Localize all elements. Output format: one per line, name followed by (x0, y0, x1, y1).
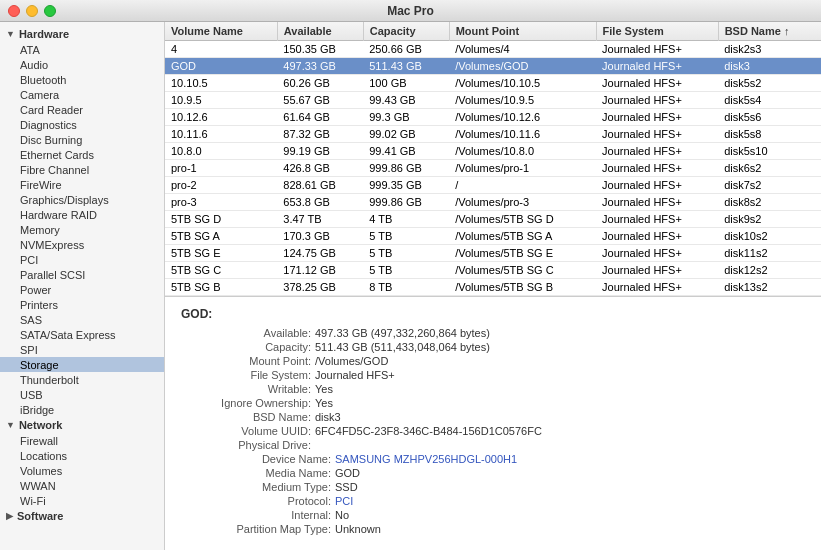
detail-phys-row: Physical Drive: (181, 439, 805, 451)
sidebar-item-parallel-scsi[interactable]: Parallel SCSI (0, 267, 164, 282)
table-row[interactable]: 5TB SG D3.47 TB4 TB/Volumes/5TB SG DJour… (165, 211, 821, 228)
sidebar-item-ibridge[interactable]: iBridge (0, 402, 164, 417)
detail-bsd-row: BSD Name: disk3 (181, 411, 805, 423)
detail-fs-label: File System: (181, 369, 311, 381)
detail-device-name-row: Device Name: SAMSUNG MZHPV256HDGL-000H1 (201, 453, 805, 465)
sidebar-item-firewire[interactable]: FireWire (0, 177, 164, 192)
table-row[interactable]: 10.12.661.64 GB99.3 GB/Volumes/10.12.6Jo… (165, 109, 821, 126)
detail-medium-type-row: Medium Type: SSD (201, 481, 805, 493)
detail-internal-value: No (335, 509, 349, 521)
table-row[interactable]: 10.8.099.19 GB99.41 GB/Volumes/10.8.0Jou… (165, 143, 821, 160)
sidebar-item-card-reader[interactable]: Card Reader (0, 102, 164, 117)
sidebar-item-storage[interactable]: Storage (0, 357, 164, 372)
network-header-label: Network (19, 419, 62, 431)
sidebar-item-spi[interactable]: SPI (0, 342, 164, 357)
detail-media-name-label: Media Name: (201, 467, 331, 479)
sidebar-item-nvmexpress[interactable]: NVMExpress (0, 237, 164, 252)
col-file-system[interactable]: File System (596, 22, 718, 41)
sidebar-item-net-firewall[interactable]: Firewall (0, 433, 164, 448)
detail-physical-sub: Device Name: SAMSUNG MZHPV256HDGL-000H1 … (201, 453, 805, 535)
table-body: 4150.35 GB250.66 GB/Volumes/4Journaled H… (165, 41, 821, 296)
sidebar-item-sata-sata-express[interactable]: SATA/Sata Express (0, 327, 164, 342)
network-items-list: FirewallLocationsVolumesWWANWi-Fi (0, 433, 164, 508)
sidebar-item-audio[interactable]: Audio (0, 57, 164, 72)
detail-uuid-label: Volume UUID: (181, 425, 311, 437)
sidebar-item-fibre-channel[interactable]: Fibre Channel (0, 162, 164, 177)
table-row[interactable]: 5TB SG C171.12 GB5 TB/Volumes/5TB SG CJo… (165, 262, 821, 279)
col-mount-point[interactable]: Mount Point (449, 22, 596, 41)
sidebar-item-ata[interactable]: ATA (0, 42, 164, 57)
col-available[interactable]: Available (277, 22, 363, 41)
table-row[interactable]: pro-3653.8 GB999.86 GB/Volumes/pro-3Jour… (165, 194, 821, 211)
col-volume-name[interactable]: Volume Name (165, 22, 277, 41)
sidebar-item-memory[interactable]: Memory (0, 222, 164, 237)
sidebar-item-ethernet-cards[interactable]: Ethernet Cards (0, 147, 164, 162)
volume-table: Volume Name Available Capacity Mount Poi… (165, 22, 821, 296)
sidebar-item-graphics-displays[interactable]: Graphics/Displays (0, 192, 164, 207)
detail-area: GOD: Available: 497.33 GB (497,332,260,8… (165, 297, 821, 550)
sidebar-item-disc-burning[interactable]: Disc Burning (0, 132, 164, 147)
sidebar-item-power[interactable]: Power (0, 282, 164, 297)
detail-fs-value: Journaled HFS+ (315, 369, 395, 381)
detail-ignore-label: Ignore Ownership: (181, 397, 311, 409)
software-header-label: Software (17, 510, 63, 522)
detail-capacity-row: Capacity: 511.43 GB (511,433,048,064 byt… (181, 341, 805, 353)
detail-bsd-value: disk3 (315, 411, 341, 423)
software-arrow-icon: ▶ (6, 511, 13, 521)
table-row[interactable]: 5TB SG B378.25 GB8 TB/Volumes/5TB SG BJo… (165, 279, 821, 296)
detail-available-label: Available: (181, 327, 311, 339)
detail-protocol-value: PCI (335, 495, 353, 507)
sidebar-item-diagnostics[interactable]: Diagnostics (0, 117, 164, 132)
detail-available-value: 497.33 GB (497,332,260,864 bytes) (315, 327, 490, 339)
detail-phys-label: Physical Drive: (181, 439, 311, 451)
detail-medium-type-label: Medium Type: (201, 481, 331, 493)
detail-fs-row: File System: Journaled HFS+ (181, 369, 805, 381)
detail-writable-label: Writable: (181, 383, 311, 395)
sidebar-item-printers[interactable]: Printers (0, 297, 164, 312)
sidebar-section-network[interactable]: ▼ Network (0, 417, 164, 433)
sidebar-item-pci[interactable]: PCI (0, 252, 164, 267)
network-arrow-icon: ▼ (6, 420, 15, 430)
detail-device-name-label: Device Name: (201, 453, 331, 465)
detail-internal-row: Internal: No (201, 509, 805, 521)
detail-protocol-row: Protocol: PCI (201, 495, 805, 507)
table-row[interactable]: 10.9.555.67 GB99.43 GB/Volumes/10.9.5Jou… (165, 92, 821, 109)
detail-ignore-row: Ignore Ownership: Yes (181, 397, 805, 409)
sidebar-section-hardware[interactable]: ▼ Hardware (0, 26, 164, 42)
table-row[interactable]: pro-1426.8 GB999.86 GB/Volumes/pro-1Jour… (165, 160, 821, 177)
table-row[interactable]: pro-2828.61 GB999.35 GB/Journaled HFS+di… (165, 177, 821, 194)
sidebar-item-bluetooth[interactable]: Bluetooth (0, 72, 164, 87)
sidebar-item-thunderbolt[interactable]: Thunderbolt (0, 372, 164, 387)
detail-capacity-label: Capacity: (181, 341, 311, 353)
hardware-arrow-icon: ▼ (6, 29, 15, 39)
sidebar-section-software[interactable]: ▶ Software (0, 508, 164, 524)
table-row[interactable]: 10.10.560.26 GB100 GB/Volumes/10.10.5Jou… (165, 75, 821, 92)
col-bsd-name[interactable]: BSD Name ↑ (718, 22, 821, 41)
detail-mount-row: Mount Point: /Volumes/GOD (181, 355, 805, 367)
col-capacity[interactable]: Capacity (363, 22, 449, 41)
sidebar-item-sas[interactable]: SAS (0, 312, 164, 327)
sidebar-item-net-wwan[interactable]: WWAN (0, 478, 164, 493)
minimize-button[interactable] (26, 5, 38, 17)
maximize-button[interactable] (44, 5, 56, 17)
sidebar-item-net-volumes[interactable]: Volumes (0, 463, 164, 478)
detail-available-row: Available: 497.33 GB (497,332,260,864 by… (181, 327, 805, 339)
table-row[interactable]: 5TB SG E124.75 GB5 TB/Volumes/5TB SG EJo… (165, 245, 821, 262)
sidebar-item-net-wi-fi[interactable]: Wi-Fi (0, 493, 164, 508)
sidebar-item-hardware-raid[interactable]: Hardware RAID (0, 207, 164, 222)
table-row[interactable]: 4150.35 GB250.66 GB/Volumes/4Journaled H… (165, 41, 821, 58)
table-row[interactable]: 5TB SG A170.3 GB5 TB/Volumes/5TB SG AJou… (165, 228, 821, 245)
sidebar-item-net-locations[interactable]: Locations (0, 448, 164, 463)
hardware-header-label: Hardware (19, 28, 69, 40)
content-area: Volume Name Available Capacity Mount Poi… (165, 22, 821, 550)
sidebar-item-usb[interactable]: USB (0, 387, 164, 402)
table-row[interactable]: GOD497.33 GB511.43 GB/Volumes/GODJournal… (165, 58, 821, 75)
sidebar-item-camera[interactable]: Camera (0, 87, 164, 102)
detail-medium-type-value: SSD (335, 481, 358, 493)
detail-mount-value: /Volumes/GOD (315, 355, 388, 367)
close-button[interactable] (8, 5, 20, 17)
volume-table-area: Volume Name Available Capacity Mount Poi… (165, 22, 821, 297)
detail-device-name-value: SAMSUNG MZHPV256HDGL-000H1 (335, 453, 517, 465)
detail-uuid-row: Volume UUID: 6FC4FD5C-23F8-346C-B484-156… (181, 425, 805, 437)
table-row[interactable]: 10.11.687.32 GB99.02 GB/Volumes/10.11.6J… (165, 126, 821, 143)
